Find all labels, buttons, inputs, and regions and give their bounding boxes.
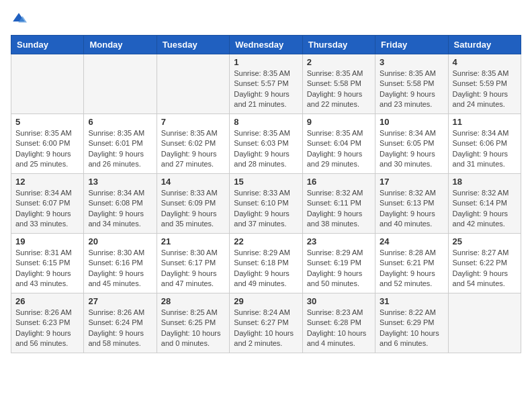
calendar-cell: 11Sunrise: 8:34 AMSunset: 6:06 PMDayligh… bbox=[448, 114, 521, 174]
day-number: 13 bbox=[88, 177, 152, 187]
day-number: 6 bbox=[88, 117, 152, 127]
cell-text: Sunrise: 8:25 AMSunset: 6:25 PMDaylight:… bbox=[161, 308, 225, 349]
day-number: 5 bbox=[15, 117, 79, 127]
day-number: 12 bbox=[15, 177, 79, 187]
cell-text: Sunrise: 8:35 AMSunset: 6:00 PMDaylight:… bbox=[15, 128, 79, 170]
cell-text: Sunrise: 8:35 AMSunset: 6:02 PMDaylight:… bbox=[161, 128, 225, 170]
day-number: 8 bbox=[234, 117, 298, 127]
calendar-week-5: 26Sunrise: 8:26 AMSunset: 6:23 PMDayligh… bbox=[11, 293, 521, 353]
cell-text: Sunrise: 8:35 AMSunset: 5:58 PMDaylight:… bbox=[307, 68, 371, 110]
day-number: 3 bbox=[380, 57, 443, 67]
cell-text: Sunrise: 8:32 AMSunset: 6:14 PMDaylight:… bbox=[453, 188, 517, 230]
calendar-cell: 15Sunrise: 8:33 AMSunset: 6:10 PMDayligh… bbox=[230, 174, 302, 234]
calendar-header-row: SundayMondayTuesdayWednesdayThursdayFrid… bbox=[11, 36, 521, 54]
day-number: 24 bbox=[380, 236, 443, 246]
day-number: 11 bbox=[453, 117, 517, 127]
day-number: 28 bbox=[161, 296, 225, 306]
cell-text: Sunrise: 8:26 AMSunset: 6:24 PMDaylight:… bbox=[88, 308, 152, 349]
calendar-cell: 29Sunrise: 8:24 AMSunset: 6:27 PMDayligh… bbox=[230, 293, 302, 353]
calendar-cell: 30Sunrise: 8:23 AMSunset: 6:28 PMDayligh… bbox=[302, 293, 375, 353]
day-number: 22 bbox=[234, 236, 298, 246]
calendar-cell: 19Sunrise: 8:31 AMSunset: 6:15 PMDayligh… bbox=[11, 234, 84, 293]
calendar-cell: 23Sunrise: 8:29 AMSunset: 6:19 PMDayligh… bbox=[302, 234, 375, 293]
cell-text: Sunrise: 8:30 AMSunset: 6:17 PMDaylight:… bbox=[161, 248, 225, 289]
day-number: 10 bbox=[380, 117, 443, 127]
calendar-cell: 21Sunrise: 8:30 AMSunset: 6:17 PMDayligh… bbox=[157, 234, 229, 293]
day-number: 1 bbox=[234, 57, 298, 67]
calendar-cell: 12Sunrise: 8:34 AMSunset: 6:07 PMDayligh… bbox=[11, 174, 84, 234]
calendar-cell: 5Sunrise: 8:35 AMSunset: 6:00 PMDaylight… bbox=[11, 114, 84, 174]
day-number: 7 bbox=[161, 117, 225, 127]
day-number: 21 bbox=[161, 236, 225, 246]
day-header-wednesday: Wednesday bbox=[230, 36, 302, 54]
calendar-cell bbox=[84, 54, 157, 114]
calendar-cell: 27Sunrise: 8:26 AMSunset: 6:24 PMDayligh… bbox=[84, 293, 157, 353]
day-number: 29 bbox=[234, 296, 298, 306]
cell-text: Sunrise: 8:32 AMSunset: 6:11 PMDaylight:… bbox=[307, 188, 371, 230]
calendar-week-4: 19Sunrise: 8:31 AMSunset: 6:15 PMDayligh… bbox=[11, 234, 521, 293]
calendar-cell: 28Sunrise: 8:25 AMSunset: 6:25 PMDayligh… bbox=[157, 293, 229, 353]
page-header bbox=[11, 11, 521, 27]
day-number: 14 bbox=[161, 177, 225, 187]
cell-text: Sunrise: 8:34 AMSunset: 6:08 PMDaylight:… bbox=[88, 188, 152, 230]
calendar-cell bbox=[11, 54, 84, 114]
calendar-cell: 3Sunrise: 8:35 AMSunset: 5:58 PMDaylight… bbox=[375, 54, 448, 114]
logo bbox=[11, 11, 30, 27]
calendar-cell: 26Sunrise: 8:26 AMSunset: 6:23 PMDayligh… bbox=[11, 293, 84, 353]
cell-text: Sunrise: 8:24 AMSunset: 6:27 PMDaylight:… bbox=[234, 308, 298, 349]
cell-text: Sunrise: 8:33 AMSunset: 6:10 PMDaylight:… bbox=[234, 188, 298, 230]
calendar-week-1: 1Sunrise: 8:35 AMSunset: 5:57 PMDaylight… bbox=[11, 54, 521, 114]
calendar-cell: 31Sunrise: 8:22 AMSunset: 6:29 PMDayligh… bbox=[375, 293, 448, 353]
day-number: 25 bbox=[453, 236, 517, 246]
calendar-cell bbox=[448, 293, 521, 353]
calendar-cell: 6Sunrise: 8:35 AMSunset: 6:01 PMDaylight… bbox=[84, 114, 157, 174]
cell-text: Sunrise: 8:22 AMSunset: 6:29 PMDaylight:… bbox=[380, 308, 443, 349]
day-number: 17 bbox=[380, 177, 443, 187]
day-number: 4 bbox=[453, 57, 517, 67]
cell-text: Sunrise: 8:23 AMSunset: 6:28 PMDaylight:… bbox=[307, 308, 371, 349]
day-number: 26 bbox=[15, 296, 79, 306]
day-number: 18 bbox=[453, 177, 517, 187]
calendar-cell: 16Sunrise: 8:32 AMSunset: 6:11 PMDayligh… bbox=[302, 174, 375, 234]
calendar-cell: 9Sunrise: 8:35 AMSunset: 6:04 PMDaylight… bbox=[302, 114, 375, 174]
day-number: 2 bbox=[307, 57, 371, 67]
calendar-cell: 25Sunrise: 8:27 AMSunset: 6:22 PMDayligh… bbox=[448, 234, 521, 293]
cell-text: Sunrise: 8:35 AMSunset: 6:04 PMDaylight:… bbox=[307, 128, 371, 170]
cell-text: Sunrise: 8:26 AMSunset: 6:23 PMDaylight:… bbox=[15, 308, 79, 349]
calendar-cell: 13Sunrise: 8:34 AMSunset: 6:08 PMDayligh… bbox=[84, 174, 157, 234]
calendar-table: SundayMondayTuesdayWednesdayThursdayFrid… bbox=[11, 35, 521, 353]
calendar-cell: 1Sunrise: 8:35 AMSunset: 5:57 PMDaylight… bbox=[230, 54, 302, 114]
day-number: 9 bbox=[307, 117, 371, 127]
day-header-thursday: Thursday bbox=[302, 36, 375, 54]
calendar-cell: 14Sunrise: 8:33 AMSunset: 6:09 PMDayligh… bbox=[157, 174, 229, 234]
cell-text: Sunrise: 8:28 AMSunset: 6:21 PMDaylight:… bbox=[380, 248, 443, 289]
calendar-cell: 4Sunrise: 8:35 AMSunset: 5:59 PMDaylight… bbox=[448, 54, 521, 114]
cell-text: Sunrise: 8:34 AMSunset: 6:05 PMDaylight:… bbox=[380, 128, 443, 170]
calendar-cell bbox=[157, 54, 229, 114]
cell-text: Sunrise: 8:35 AMSunset: 5:57 PMDaylight:… bbox=[234, 68, 298, 110]
calendar-cell: 7Sunrise: 8:35 AMSunset: 6:02 PMDaylight… bbox=[157, 114, 229, 174]
calendar-cell: 10Sunrise: 8:34 AMSunset: 6:05 PMDayligh… bbox=[375, 114, 448, 174]
calendar-cell: 20Sunrise: 8:30 AMSunset: 6:16 PMDayligh… bbox=[84, 234, 157, 293]
calendar-cell: 17Sunrise: 8:32 AMSunset: 6:13 PMDayligh… bbox=[375, 174, 448, 234]
day-header-tuesday: Tuesday bbox=[157, 36, 229, 54]
cell-text: Sunrise: 8:33 AMSunset: 6:09 PMDaylight:… bbox=[161, 188, 225, 230]
day-number: 31 bbox=[380, 296, 443, 306]
cell-text: Sunrise: 8:35 AMSunset: 5:58 PMDaylight:… bbox=[380, 68, 443, 110]
day-header-friday: Friday bbox=[375, 36, 448, 54]
day-header-saturday: Saturday bbox=[448, 36, 521, 54]
day-number: 27 bbox=[88, 296, 152, 306]
cell-text: Sunrise: 8:31 AMSunset: 6:15 PMDaylight:… bbox=[15, 248, 79, 289]
calendar-cell: 8Sunrise: 8:35 AMSunset: 6:03 PMDaylight… bbox=[230, 114, 302, 174]
cell-text: Sunrise: 8:32 AMSunset: 6:13 PMDaylight:… bbox=[380, 188, 443, 230]
cell-text: Sunrise: 8:34 AMSunset: 6:06 PMDaylight:… bbox=[453, 128, 517, 170]
day-number: 30 bbox=[307, 296, 371, 306]
calendar-week-2: 5Sunrise: 8:35 AMSunset: 6:00 PMDaylight… bbox=[11, 114, 521, 174]
cell-text: Sunrise: 8:35 AMSunset: 6:03 PMDaylight:… bbox=[234, 128, 298, 170]
calendar-cell: 18Sunrise: 8:32 AMSunset: 6:14 PMDayligh… bbox=[448, 174, 521, 234]
cell-text: Sunrise: 8:29 AMSunset: 6:19 PMDaylight:… bbox=[307, 248, 371, 289]
day-number: 19 bbox=[15, 236, 79, 246]
cell-text: Sunrise: 8:35 AMSunset: 6:01 PMDaylight:… bbox=[88, 128, 152, 170]
calendar-cell: 22Sunrise: 8:29 AMSunset: 6:18 PMDayligh… bbox=[230, 234, 302, 293]
logo-icon bbox=[11, 11, 27, 27]
